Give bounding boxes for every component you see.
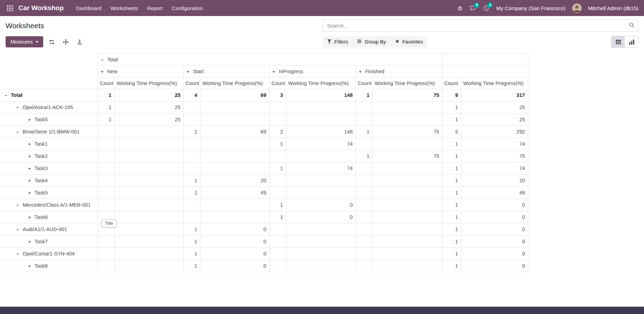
menu-item-report[interactable]: Report xyxy=(143,0,167,16)
measure-header-count[interactable]: Count xyxy=(269,77,286,89)
pivot-cell xyxy=(372,260,442,272)
expand-icon[interactable]: + xyxy=(27,190,32,196)
expand-icon[interactable]: + xyxy=(272,69,276,74)
collapse-icon[interactable]: − xyxy=(15,202,20,208)
pivot-cell xyxy=(114,138,183,150)
breadcrumb: Worksheets xyxy=(6,22,323,30)
pivot-cell: 69 xyxy=(200,89,269,101)
collapse-icon[interactable]: − xyxy=(100,57,105,62)
measure-header-count[interactable]: Count xyxy=(183,77,200,89)
page-title[interactable]: Worksheets xyxy=(6,22,323,30)
expand-icon[interactable]: + xyxy=(27,117,32,122)
collapse-icon[interactable]: − xyxy=(15,251,20,256)
row-header[interactable]: −Mercedes/Class A/1-MER-001 xyxy=(0,199,98,211)
expand-icon[interactable]: + xyxy=(27,215,32,220)
pivot-cell: 1 xyxy=(442,162,461,175)
messages-icon[interactable]: 9 xyxy=(470,5,476,12)
collapse-icon[interactable]: − xyxy=(15,105,20,110)
pivot-cell xyxy=(269,187,286,199)
download-xlsx-button[interactable] xyxy=(75,37,85,47)
graph-view-button[interactable] xyxy=(625,36,638,47)
measure-header-wtp[interactable]: Working Time Progress(%) xyxy=(461,77,528,89)
expand-icon[interactable]: + xyxy=(27,154,32,159)
flip-axis-button[interactable] xyxy=(47,37,57,47)
pivot-cell xyxy=(114,236,183,248)
expand-icon[interactable]: + xyxy=(186,69,190,74)
pivot-cell: 49 xyxy=(461,187,528,199)
search-icon[interactable] xyxy=(629,22,635,29)
collapse-icon[interactable]: − xyxy=(15,129,20,135)
col-header-inprogress[interactable]: +InProgress xyxy=(269,66,356,77)
favorites-button[interactable]: Favorites xyxy=(391,36,428,47)
messages-badge: 9 xyxy=(474,2,479,8)
pivot-cell xyxy=(286,175,356,187)
row-label: Mercedes/Class A/1-MER-001 xyxy=(23,202,91,208)
menu-item-worksheets[interactable]: Worksheets xyxy=(106,0,143,16)
expand-icon[interactable]: + xyxy=(358,69,363,74)
expand-icon[interactable]: + xyxy=(27,178,32,183)
user-menu[interactable]: Mitchell Admin (db15) xyxy=(588,5,638,11)
app-name[interactable]: Car Workshop xyxy=(18,4,64,12)
pivot-cell xyxy=(98,260,114,272)
pivot-view-button[interactable] xyxy=(612,36,625,47)
col-header-total[interactable]: −Total xyxy=(98,54,442,66)
pivot-row: +Task71010 xyxy=(0,236,528,248)
activities-icon[interactable]: 4 xyxy=(483,5,490,12)
measure-header-wtp[interactable]: Working Time Progress(%) xyxy=(200,77,269,89)
expand-icon[interactable]: + xyxy=(27,263,32,269)
row-header[interactable]: +Task7 xyxy=(0,236,98,248)
row-header[interactable]: −Audi/A1/1-AUD-001 xyxy=(0,223,98,236)
measure-header-count[interactable]: Count xyxy=(442,77,461,89)
pivot-cell xyxy=(200,101,269,114)
row-label: Task7 xyxy=(35,239,48,244)
row-header[interactable]: +Task6 xyxy=(0,211,98,223)
menu-item-configuration[interactable]: Configuration xyxy=(167,0,207,16)
row-header[interactable]: +Task5 xyxy=(0,114,98,126)
expand-icon[interactable]: + xyxy=(100,69,105,74)
search-bar[interactable] xyxy=(323,20,638,32)
expand-icon[interactable]: + xyxy=(27,166,32,171)
pivot-cell xyxy=(286,101,356,114)
pivot-cell xyxy=(114,248,183,260)
collapse-icon[interactable]: − xyxy=(3,93,8,98)
row-header[interactable]: −Total xyxy=(0,89,98,101)
row-header[interactable]: +Task3 xyxy=(0,162,98,175)
collapse-icon[interactable]: − xyxy=(15,227,20,232)
control-panel: Worksheets Measures xyxy=(0,16,644,48)
pivot-cell xyxy=(183,199,200,211)
col-header-new[interactable]: +New xyxy=(98,66,183,77)
pivot-cell: 75 xyxy=(372,126,442,138)
debug-bug-icon[interactable] xyxy=(457,5,463,11)
measure-header-wtp[interactable]: Working Time Progress(%) xyxy=(372,77,442,89)
measure-header-wtp[interactable]: Working Time Progress(%) xyxy=(114,77,183,89)
search-input[interactable] xyxy=(326,22,629,29)
search-options: Filters Group By Favorites xyxy=(323,36,427,47)
expand-icon[interactable]: + xyxy=(27,141,32,147)
row-header[interactable]: +Task4 xyxy=(0,175,98,187)
row-header[interactable]: +Task1 xyxy=(0,138,98,150)
row-header[interactable]: +Task2 xyxy=(0,150,98,162)
measures-button[interactable]: Measures xyxy=(6,36,43,47)
row-header[interactable]: +Task8 xyxy=(0,260,98,272)
col-header-finished[interactable]: +Finished xyxy=(356,66,442,77)
group-by-button[interactable]: Group By xyxy=(353,36,390,47)
measure-header-count[interactable]: Count xyxy=(356,77,372,89)
row-header[interactable]: +Task5 xyxy=(0,187,98,199)
row-label: Bmw/Serie 1/1-BMW-001 xyxy=(23,129,79,135)
col-header-start[interactable]: +Start xyxy=(183,66,269,77)
expand-icon[interactable]: + xyxy=(27,239,32,244)
row-header[interactable]: −Bmw/Serie 1/1-BMW-001 xyxy=(0,126,98,138)
company-switcher[interactable]: My Company (San Francisco) xyxy=(496,5,565,11)
user-avatar[interactable] xyxy=(572,3,582,13)
row-header[interactable]: −Opel/Corsa/1-SYN-404 xyxy=(0,248,98,260)
pivot-cell xyxy=(372,114,442,126)
expand-all-button[interactable] xyxy=(61,37,71,47)
pivot-cell: 1 xyxy=(442,236,461,248)
measure-header-count[interactable]: Count xyxy=(98,77,114,89)
measure-header-wtp[interactable]: Working Time Progress(%) xyxy=(286,77,356,89)
filter-funnel-icon xyxy=(327,39,332,45)
menu-item-dashboard[interactable]: Dashboard xyxy=(71,0,106,16)
apps-menu-icon[interactable] xyxy=(6,4,14,13)
filters-button[interactable]: Filters xyxy=(323,36,353,47)
row-header[interactable]: −Opel/Astra/1-ACK-205 xyxy=(0,101,98,114)
